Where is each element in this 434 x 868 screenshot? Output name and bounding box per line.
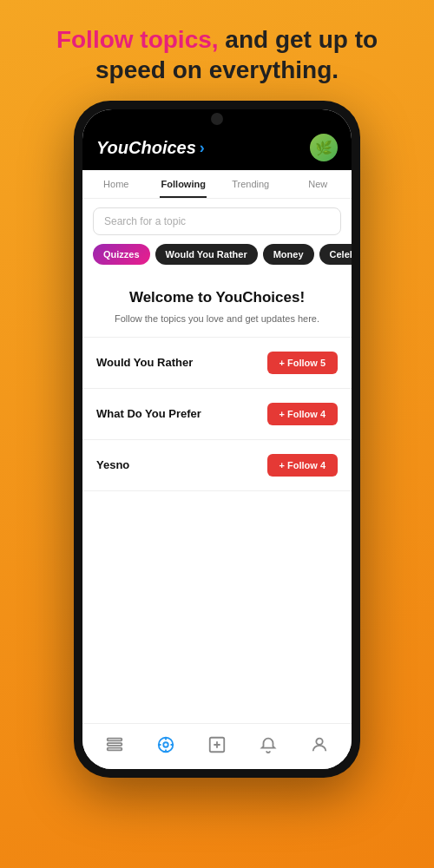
topic-name-0: Would You Rather bbox=[96, 356, 193, 369]
app-logo: YouChoices › bbox=[96, 138, 205, 158]
topic-name-1: What Do You Prefer bbox=[96, 407, 201, 420]
nav-tabs: Home Following Trending New bbox=[82, 170, 352, 199]
follow-button-0[interactable]: + Follow 5 bbox=[267, 352, 338, 374]
profile-icon[interactable] bbox=[307, 733, 332, 757]
svg-rect-1 bbox=[108, 743, 122, 746]
svg-rect-2 bbox=[108, 748, 122, 751]
pill-would-you-rather[interactable]: Would You Rather bbox=[155, 244, 258, 265]
tab-home[interactable]: Home bbox=[82, 170, 150, 198]
svg-point-4 bbox=[163, 742, 168, 747]
phone-notch bbox=[211, 113, 223, 125]
explore-icon[interactable] bbox=[154, 733, 178, 757]
topic-item-2: Yesno + Follow 4 bbox=[82, 440, 352, 491]
page-headline: Follow topics, and get up to speed on ev… bbox=[0, 0, 434, 101]
logo-arrow-icon: › bbox=[200, 139, 205, 157]
welcome-subtitle: Follow the topics you love and get updat… bbox=[96, 312, 338, 326]
topic-item-0: Would You Rather + Follow 5 bbox=[82, 338, 352, 389]
phone-frame: YouChoices › 🌿 Home Following Trending N… bbox=[74, 101, 360, 778]
tab-new[interactable]: New bbox=[285, 170, 352, 198]
follow-button-2[interactable]: + Follow 4 bbox=[267, 454, 338, 477]
pill-celeb[interactable]: Celeb bbox=[319, 244, 352, 265]
welcome-title: Welcome to YouChoices! bbox=[96, 289, 338, 306]
svg-point-12 bbox=[316, 739, 322, 745]
follow-button-1[interactable]: + Follow 4 bbox=[267, 403, 338, 425]
headline-highlight: Follow topics, bbox=[56, 26, 219, 53]
pill-money[interactable]: Money bbox=[263, 244, 314, 265]
topic-name-2: Yesno bbox=[96, 458, 129, 471]
tab-trending[interactable]: Trending bbox=[217, 170, 285, 198]
welcome-area: Welcome to YouChoices! Follow the topics… bbox=[82, 273, 352, 338]
topics-row: Quizzes Would You Rather Money Celeb bbox=[82, 244, 352, 273]
add-icon[interactable] bbox=[205, 733, 229, 757]
topic-list: Would You Rather + Follow 5 What Do You … bbox=[82, 338, 352, 724]
pill-quizzes[interactable]: Quizzes bbox=[93, 244, 150, 265]
tab-following[interactable]: Following bbox=[150, 170, 218, 198]
phone-screen: YouChoices › 🌿 Home Following Trending N… bbox=[82, 109, 352, 769]
svg-rect-0 bbox=[108, 739, 122, 741]
avatar[interactable]: 🌿 bbox=[310, 134, 338, 161]
topic-item-1: What Do You Prefer + Follow 4 bbox=[82, 389, 352, 440]
feed-icon[interactable] bbox=[102, 733, 127, 757]
bottom-nav bbox=[82, 723, 352, 769]
search-bar[interactable]: Search for a topic bbox=[93, 207, 341, 235]
notifications-icon[interactable] bbox=[256, 733, 280, 757]
